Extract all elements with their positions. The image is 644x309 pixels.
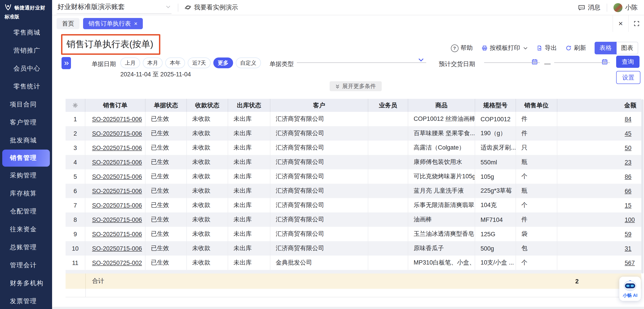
sidebar-item-批发商城[interactable]: 批发商城	[0, 132, 52, 150]
payment-status: 未收款	[187, 169, 228, 184]
date-chip[interactable]: 上月	[120, 58, 140, 68]
order-number-link[interactable]: SO-20250715-006	[92, 216, 142, 223]
table-row[interactable]: 4 SO-20250715-006 已生效 未收款 未出库 汇济商贸有限公司 康…	[66, 155, 641, 169]
avatar[interactable]	[614, 3, 622, 12]
product: 蓝月亮 儿童洗手液	[408, 184, 475, 198]
horizontal-scrollbar[interactable]	[66, 270, 641, 274]
customer: 汇济商贸有限公司	[270, 126, 368, 140]
amount-link[interactable]: 15	[625, 202, 632, 208]
view-chart-button[interactable]: 图表	[616, 42, 638, 54]
amount-link[interactable]: 23	[625, 159, 632, 166]
column-header: 出库状态	[228, 99, 270, 112]
sidebar-item-零售商城[interactable]: 零售商城	[0, 24, 52, 42]
tab-sales-order-report[interactable]: 销售订单执行表 ×	[83, 18, 143, 29]
amount-link[interactable]: 86	[625, 173, 632, 180]
table-row[interactable]: 7 SO-20250715-006 已生效 未收款 未出库 汇济商贸有限公司 乐…	[66, 198, 641, 212]
order-number-link[interactable]: SO-20250715-006	[92, 116, 142, 122]
refresh-button[interactable]: 刷新	[566, 44, 586, 52]
sidebar-item-总账管理[interactable]: 总账管理	[0, 238, 52, 256]
order-number-link[interactable]: SO-20250725-002	[92, 259, 142, 266]
order-number-link[interactable]: SO-20250715-006	[92, 159, 142, 166]
help-button[interactable]: ? 帮助	[451, 44, 473, 52]
demo-link[interactable]: 我要看实例演示	[184, 3, 238, 12]
sidebar-item-销售管理[interactable]: 销售管理	[2, 150, 50, 167]
sidebar-item-仓配管理[interactable]: 仓配管理	[0, 202, 52, 220]
sidebar-item-label: 采购管理	[10, 172, 37, 180]
expand-more-conditions[interactable]: 展开更多条件	[330, 81, 382, 91]
sidebar-item-零售统计[interactable]: 零售统计	[0, 78, 52, 96]
ai-assistant-button[interactable]: 小畅 AI	[619, 277, 641, 301]
calendar-icon[interactable]	[601, 58, 608, 65]
amount-link[interactable]: 31	[625, 245, 632, 252]
table-row[interactable]: 8 SO-20250715-006 已生效 未收款 未出库 汇济商贸有限公司 油…	[66, 212, 641, 227]
order-number-link[interactable]: SO-20250715-006	[92, 188, 142, 194]
table-row[interactable]: 9 SO-20250715-006 已生效 未收款 未出库 汇济商贸有限公司 玉…	[66, 227, 641, 241]
amount-link[interactable]: 567	[625, 259, 635, 266]
sidebar-item-会员中心[interactable]: 会员中心	[0, 60, 52, 78]
sidebar-item-财务多机构[interactable]: 财务多机构	[0, 274, 52, 292]
amount-link[interactable]: 50	[625, 144, 632, 151]
export-button[interactable]: 导出	[536, 44, 557, 52]
date-range-value[interactable]: 2024-11-04 至 2025-11-04	[120, 70, 191, 78]
gear-icon	[72, 102, 78, 108]
row-index: 3	[66, 140, 85, 155]
table-body: 1 SO-20250715-006 已生效 未收款 未出库 汇济商贸有限公司 C…	[66, 112, 641, 270]
payment-status: 未收款	[187, 241, 228, 256]
order-number-link[interactable]: SO-20250715-006	[92, 173, 142, 180]
sidebar-item-营销推广[interactable]: 营销推广	[0, 42, 52, 60]
table-row[interactable]: 11 SO-20250725-002 已生效 未收款 未出库 金典批发公司 MP…	[66, 256, 641, 270]
account-selector[interactable]: 好业财标准版演示账套	[56, 1, 172, 14]
sidebar-item-客户管理[interactable]: 客户管理	[0, 114, 52, 132]
order-number-link[interactable]: SO-20250715-006	[92, 130, 142, 137]
table-row[interactable]: 1 SO-20250715-006 已生效 未收款 未出库 汇济商贸有限公司 C…	[66, 112, 641, 126]
sidebar-item-采购管理[interactable]: 采购管理	[0, 167, 52, 184]
column-header: 销售单位	[516, 99, 557, 112]
sidebar-item-往来资金[interactable]: 往来资金	[0, 220, 52, 238]
date-chip[interactable]: 本月	[143, 58, 162, 68]
sidebar-item-项目合同[interactable]: 项目合同	[0, 96, 52, 114]
amount-link[interactable]: 100	[625, 216, 635, 223]
payment-status: 未收款	[187, 112, 228, 126]
column-settings-button[interactable]	[66, 99, 85, 112]
row-index: 7	[66, 198, 85, 212]
vertical-scrollbar[interactable]	[641, 99, 644, 274]
table-row[interactable]: 10 SO-20250715-006 已生效 未收款 未出库 汇济商贸有限公司 …	[66, 241, 641, 256]
query-button[interactable]: 查询	[616, 56, 640, 68]
date-chip[interactable]: 近7天	[188, 58, 210, 68]
close-all-tabs-button[interactable]: ×	[613, 15, 628, 32]
date-chip[interactable]: 自定义	[236, 58, 261, 68]
settings-button[interactable]: 设置	[616, 71, 640, 84]
sidebar-item-发票管理[interactable]: 发票管理	[0, 292, 52, 309]
payment-status: 未收款	[187, 256, 228, 270]
user-name[interactable]: 小陈	[625, 3, 638, 12]
chevron-down-icon[interactable]	[418, 58, 424, 62]
order-number-link[interactable]: SO-20250715-006	[92, 144, 142, 151]
order-number-link[interactable]: SO-20250715-006	[92, 202, 142, 208]
calendar-icon[interactable]	[531, 58, 538, 65]
table-row[interactable]: 6 SO-20250715-006 已生效 未收款 未出库 汇济商贸有限公司 蓝…	[66, 184, 641, 198]
sidebar-item-库存核算[interactable]: 库存核算	[0, 184, 52, 202]
row-index: 1	[66, 112, 85, 126]
doc-status: 已生效	[146, 227, 187, 241]
tab-close-icon[interactable]: ×	[134, 21, 138, 26]
collapse-filter-button[interactable]	[62, 57, 71, 69]
messages-button[interactable]: 消息	[578, 3, 600, 12]
table-row[interactable]: 2 SO-20250715-006 已生效 未收款 未出库 汇济商贸有限公司 百…	[66, 126, 641, 140]
fullscreen-button[interactable]	[629, 15, 644, 32]
table-row[interactable]: 5 SO-20250715-006 已生效 未收款 未出库 汇济商贸有限公司 可…	[66, 169, 641, 184]
tab-home[interactable]: 首页	[56, 18, 80, 29]
sidebar-item-label: 总账管理	[10, 244, 37, 252]
order-number-link[interactable]: SO-20250715-006	[92, 231, 142, 237]
print-button[interactable]: 按模板打印	[481, 44, 528, 52]
date-chip[interactable]: 本年	[165, 58, 185, 68]
doc-type-select[interactable]	[297, 52, 426, 63]
amount-link[interactable]: 59	[625, 231, 632, 237]
order-number-link[interactable]: SO-20250715-006	[92, 245, 142, 252]
amount-link[interactable]: 66	[625, 188, 632, 194]
date-chip[interactable]: 更多	[213, 58, 233, 68]
sidebar-item-管理会计[interactable]: 管理会计	[0, 256, 52, 274]
table-row[interactable]: 3 SO-20250715-006 已生效 未收款 未出库 汇济商贸有限公司 高…	[66, 140, 641, 155]
amount-link[interactable]: 84	[625, 116, 632, 122]
salesman	[368, 155, 408, 169]
amount-link[interactable]: 45	[625, 130, 632, 137]
